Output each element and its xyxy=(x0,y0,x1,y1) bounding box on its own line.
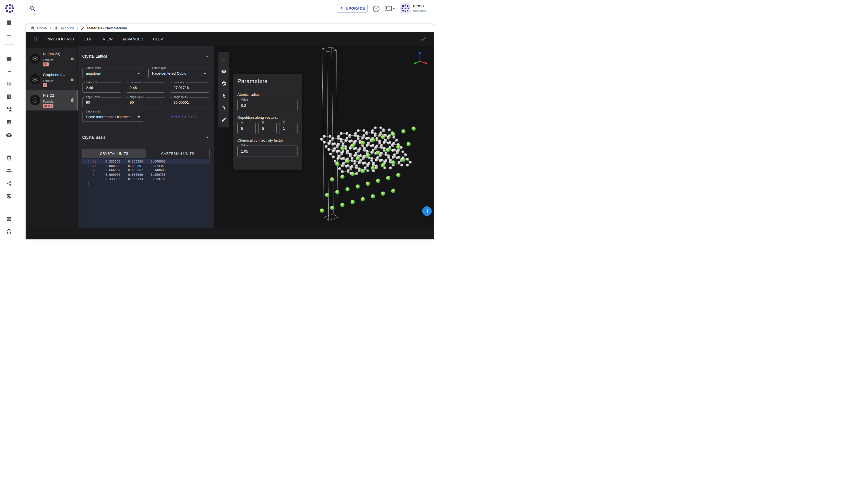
workspace-switcher[interactable] xyxy=(385,6,395,11)
sidebar-item-create[interactable] xyxy=(6,32,12,38)
element-symbol: Ni xyxy=(92,164,105,169)
select-cursor-icon[interactable] xyxy=(221,93,227,98)
delete-material-icon[interactable] xyxy=(70,77,74,82)
sidebar-item-projects[interactable] xyxy=(6,56,12,62)
field-label: angle (a^c) xyxy=(129,95,145,99)
lattice-type-select[interactable]: Lattice type Face-centered Cubic xyxy=(148,68,209,78)
coord-z: 0.259730 xyxy=(151,177,173,181)
material-item-ni[interactable]: Ni (mp-23) Formula: Ni xyxy=(26,48,78,69)
edit-pencil-icon[interactable] xyxy=(221,117,227,122)
user-avatar[interactable] xyxy=(400,3,410,13)
upgrade-button[interactable]: UPGRADE xyxy=(337,4,368,13)
sidebar-item-hierarchy[interactable] xyxy=(6,107,12,112)
field-value: 27.01716 xyxy=(174,86,189,90)
material-thumbnail xyxy=(29,74,41,85)
field-label: Value xyxy=(240,98,249,101)
sidebar-divider xyxy=(4,145,14,145)
repetition-a-input[interactable]: A 5 xyxy=(237,123,256,134)
basis-code-editor[interactable]: 1 Ni 0.333333 0.333334 0.000000 2 Ni 0.0… xyxy=(82,158,210,228)
angle-ac-input[interactable]: angle (a^c) 90 xyxy=(126,97,165,108)
formula-badge: C xyxy=(43,83,47,87)
brand-logo[interactable] xyxy=(5,4,14,13)
field-label: angle (a^b) xyxy=(173,95,189,99)
menu-advanced[interactable]: ADVANCED xyxy=(122,37,143,41)
delete-material-icon[interactable] xyxy=(70,98,74,102)
lattice-b-input[interactable]: Lattice 'b' 2.46 xyxy=(126,83,165,93)
line-number: 1 xyxy=(82,159,92,164)
repetition-inputs: A 5 B 5 C 1 xyxy=(237,123,298,134)
close-icon[interactable] xyxy=(221,57,227,62)
collapse-chevron-up-icon[interactable] xyxy=(204,134,210,140)
settings-gear-icon[interactable] xyxy=(221,81,227,86)
repetition-c-input[interactable]: C 1 xyxy=(279,123,298,134)
user-info[interactable]: demo Individual xyxy=(413,3,428,13)
field-label: A xyxy=(240,121,244,124)
molecule-icon xyxy=(33,36,39,42)
repetition-b-input[interactable]: B 5 xyxy=(258,123,277,134)
menu-view[interactable]: VIEW xyxy=(103,37,113,41)
sidebar-item-web[interactable] xyxy=(6,216,12,222)
tab-cartesian-units[interactable]: CARTESIAN UNITS xyxy=(146,149,209,158)
sidebar-item-workflows[interactable] xyxy=(6,94,12,99)
field-label: Value xyxy=(240,144,249,147)
menu-help[interactable]: HELP xyxy=(153,37,163,41)
code-line: 6 xyxy=(82,181,210,186)
left-sidebar xyxy=(0,17,18,241)
sidebar-item-public[interactable] xyxy=(6,193,12,199)
field-label: B xyxy=(261,121,265,124)
field-value: 5 xyxy=(262,126,264,130)
field-label: Lattice type xyxy=(151,66,167,70)
structure-viewer[interactable]: Parameters Atomic radius Value 0.2 Repet… xyxy=(214,46,434,228)
sidebar-item-jobs[interactable] xyxy=(6,69,12,74)
chevron-down-icon xyxy=(393,8,395,9)
lattice-a-input[interactable]: Lattice 'a' 2.46 xyxy=(82,83,121,93)
formula-badge: Ni3C2 xyxy=(43,104,53,108)
chemical-connectivity-label: Chemical connectivity factor xyxy=(237,138,298,143)
coord-y: 0.000000 xyxy=(128,173,151,177)
sidebar-item-share[interactable] xyxy=(6,181,12,186)
visibility-eye-icon[interactable] xyxy=(221,69,227,74)
panel-divider xyxy=(233,88,302,88)
sidebar-item-organization[interactable] xyxy=(6,155,12,161)
sidebar-item-support[interactable] xyxy=(6,229,12,235)
home-icon xyxy=(31,26,35,30)
delete-material-icon[interactable] xyxy=(70,56,74,61)
breadcrumb-current-label: Materials - New Material xyxy=(87,26,127,30)
sidebar-item-images[interactable] xyxy=(6,119,12,125)
lattice-c-input[interactable]: Lattice 'c' 27.01716 xyxy=(170,83,209,93)
user-plan: Individual xyxy=(413,9,428,13)
field-label: angle (b^c) xyxy=(85,95,101,99)
atomic-radius-input[interactable]: Value 0.2 xyxy=(237,100,298,111)
chemical-connectivity-input[interactable]: Value 1.05 xyxy=(237,146,298,157)
apply-edits-button[interactable]: APPLY EDITS xyxy=(161,115,207,119)
sidebar-item-uploads[interactable] xyxy=(6,132,12,138)
angle-ab-input[interactable]: angle (a^b) 60.00001 xyxy=(170,97,209,108)
sidebar-item-materials[interactable] xyxy=(6,81,12,87)
field-value: 90 xyxy=(86,100,90,104)
material-item-ni3c2-selected[interactable]: Ni3 C2 Formula: Ni3C2 xyxy=(26,90,78,111)
breadcrumb-account[interactable]: Account xyxy=(54,26,74,30)
swap-vertical-icon[interactable] xyxy=(221,105,227,110)
lattice-units-select[interactable]: Lattice units angstrom xyxy=(82,68,143,78)
menu-edit[interactable]: EDIT xyxy=(85,37,93,41)
tab-crystal-units[interactable]: CRYSTAL UNITS xyxy=(83,149,146,158)
material-name: Ni3 C2 xyxy=(43,93,54,97)
info-button[interactable]: i xyxy=(422,206,432,216)
field-value: 2.46 xyxy=(86,86,93,90)
console-icon xyxy=(385,6,392,11)
angle-bc-input[interactable]: angle (b^c) 90 xyxy=(82,97,121,108)
help-icon[interactable]: ? xyxy=(373,6,379,12)
sidebar-item-team[interactable] xyxy=(6,168,12,174)
search-icon[interactable] xyxy=(29,5,36,12)
confirm-check-icon[interactable] xyxy=(421,36,427,42)
material-item-graphene[interactable]: Graphene (… Formula: C xyxy=(26,69,78,90)
collapse-chevron-up-icon[interactable] xyxy=(204,53,210,59)
breadcrumb-home[interactable]: Home xyxy=(31,26,47,30)
field-value: Scale Interatomic Distances xyxy=(86,115,131,119)
menu-input-output[interactable]: INPUT/OUTPUT xyxy=(46,37,75,41)
material-thumbnail xyxy=(29,94,41,106)
element-symbol: Ni xyxy=(92,159,105,164)
scale-units-select[interactable]: Lattice units Scale Interatomic Distance… xyxy=(82,112,143,122)
field-value: Face-centered Cubic xyxy=(152,71,186,76)
sidebar-item-dashboard[interactable] xyxy=(6,20,12,25)
